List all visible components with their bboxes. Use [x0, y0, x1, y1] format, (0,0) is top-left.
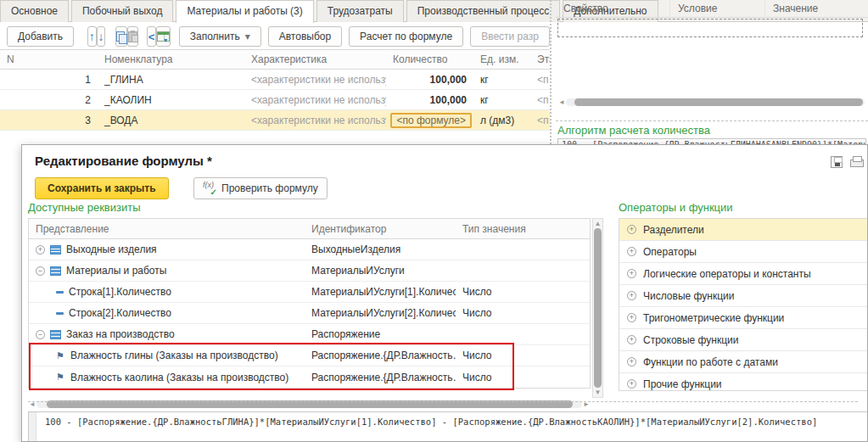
- expand-icon[interactable]: +: [627, 357, 636, 366]
- move-up-button[interactable]: ↑: [87, 26, 97, 47]
- operator-group-other[interactable]: + Прочие функции: [619, 373, 868, 391]
- table-icon: [157, 31, 170, 42]
- nomenclature-cell[interactable]: _КАОЛИН: [98, 94, 244, 106]
- tab-main[interactable]: Основное: [0, 0, 69, 22]
- col-characteristic: Характеристика: [244, 53, 386, 65]
- panel-splitter-vertical[interactable]: [550, 0, 556, 144]
- properties-focus-cell[interactable]: [557, 19, 863, 37]
- autoselect-button[interactable]: Автовыбор: [268, 26, 342, 47]
- dialog-splitter-horizontal[interactable]: [28, 401, 858, 402]
- nomenclature-cell[interactable]: _ВОДА: [98, 115, 244, 126]
- scroll-down-icon[interactable]: ▼: [594, 389, 602, 396]
- expand-icon[interactable]: +: [627, 291, 636, 300]
- attributes-vscrollbar[interactable]: ▲ ▼: [592, 218, 603, 398]
- move-down-button[interactable]: ↓: [97, 26, 106, 47]
- tree-row-line1-qty[interactable]: Строка[1].Количество МатериалыИУслуги[1]…: [29, 282, 590, 303]
- expand-icon[interactable]: +: [36, 245, 45, 255]
- operator-group-separators[interactable]: + Разделители: [619, 219, 868, 241]
- tab-process[interactable]: Производственный процесс: [406, 0, 560, 22]
- nomenclature-cell[interactable]: _ГЛИНА: [98, 74, 244, 86]
- by-formula-cell[interactable]: <по формуле>: [390, 113, 472, 128]
- table-settings-button[interactable]: [156, 26, 171, 47]
- printer-icon[interactable]: [850, 156, 864, 167]
- scroll-up-icon[interactable]: ▲: [594, 220, 602, 227]
- collapse-icon[interactable]: −: [36, 330, 45, 339]
- table-row[interactable]: 2 _КАОЛИН <характеристики не использу… 1…: [0, 90, 550, 110]
- expand-icon[interactable]: +: [627, 335, 636, 344]
- paste-icon: [128, 31, 137, 42]
- attrs-title: Доступные реквизиты: [28, 201, 141, 214]
- identifier-cell: МатериалыИУслуги: [305, 265, 456, 277]
- stage-cell[interactable]: <п: [530, 94, 550, 106]
- expand-icon[interactable]: +: [627, 269, 636, 278]
- table-row-selected[interactable]: 3 _ВОДА <характеристики не использу… <по…: [0, 110, 550, 131]
- type-cell: Число: [456, 286, 590, 298]
- fill-button[interactable]: Заполнить ▾: [179, 26, 261, 47]
- characteristic-cell[interactable]: <характеристики не использу…: [244, 115, 386, 126]
- tree-row-production-order[interactable]: − Заказ на производство Распоряжение: [29, 324, 590, 345]
- tree-row-kaolin-humidity[interactable]: ⚑ Влажность каолина (Заказы на производс…: [29, 366, 590, 388]
- tree-row-clay-humidity[interactable]: ⚑ Влажность глины (Заказы на производств…: [29, 345, 590, 366]
- tree-row-label: Строка[1].Количество: [69, 286, 171, 298]
- col-value: Значение: [765, 0, 868, 18]
- copy-button[interactable]: [115, 26, 127, 47]
- operator-group-date[interactable]: + Функции по работе с датами: [619, 351, 868, 373]
- quantity-cell[interactable]: 100,000: [386, 74, 473, 86]
- calc-by-formula-button[interactable]: Расчет по формуле: [349, 26, 463, 47]
- unit-cell[interactable]: кг: [473, 74, 530, 86]
- check-formula-button[interactable]: f(x)✓ Проверить формулу: [193, 177, 328, 199]
- panel-splitter-horizontal[interactable]: [556, 120, 868, 121]
- operator-group-string[interactable]: + Строковые функции: [619, 329, 868, 351]
- expand-icon[interactable]: +: [627, 379, 636, 389]
- formula-editor[interactable]: 100 - [Распоряжение.{ДР.ВлажностьГЛИНА}]…: [28, 411, 868, 442]
- tab-labor[interactable]: Трудозатраты: [316, 0, 404, 22]
- operator-group-trigonometric[interactable]: + Тригонометрические функции: [619, 307, 868, 329]
- expand-icon[interactable]: +: [627, 225, 636, 234]
- characteristic-cell[interactable]: <характеристики не использу…: [244, 94, 386, 106]
- quantity-cell[interactable]: 100,000: [386, 94, 473, 106]
- operator-group-label: Строковые функции: [643, 334, 738, 346]
- type-cell: Число: [456, 307, 590, 319]
- attribute-flag-icon: ⚑: [56, 351, 65, 361]
- unit-cell[interactable]: л (дм3): [473, 115, 530, 126]
- dialog-title: Редактирование формулы *: [35, 154, 212, 168]
- share-button[interactable]: <: [147, 26, 156, 47]
- col-presentation: Представление: [29, 223, 305, 235]
- stage-cell[interactable]: <п: [530, 74, 550, 86]
- table-row[interactable]: 1 _ГЛИНА <характеристики не использу… 10…: [0, 70, 550, 90]
- fill-label: Заполнить: [190, 31, 240, 42]
- materials-table: N Номенклатура Характеристика Количество…: [0, 49, 550, 131]
- down-arrow-icon: ↓: [98, 31, 104, 42]
- tree-row-output-products[interactable]: + Выходные изделия ВыходныеИзделия: [29, 239, 590, 260]
- formula-text[interactable]: 100 - [Распоряжение.{ДР.ВлажностьГЛИНА}]…: [36, 412, 826, 442]
- operator-group-logical[interactable]: + Логические операторы и константы: [619, 263, 868, 285]
- add-button[interactable]: Добавить: [7, 26, 74, 47]
- attribute-flag-icon: ⚑: [56, 372, 65, 382]
- properties-hscrollbar[interactable]: ◄: [557, 98, 865, 107]
- col-stage: Эта: [530, 53, 550, 65]
- expand-icon[interactable]: +: [627, 313, 636, 322]
- stage-cell[interactable]: <п: [530, 115, 550, 126]
- save-icon[interactable]: [831, 156, 843, 168]
- operators-list: + Разделители + Операторы + Логические о…: [619, 218, 868, 391]
- tab-materials[interactable]: Материалы и работы (3): [176, 0, 313, 23]
- unit-cell[interactable]: кг: [473, 94, 530, 106]
- copy-icon: [116, 31, 126, 42]
- identifier-cell: Распоряжение: [305, 328, 456, 340]
- operator-group-operators[interactable]: + Операторы: [619, 241, 868, 263]
- col-n: N: [0, 53, 98, 65]
- operator-group-numeric[interactable]: + Числовые функции: [619, 285, 868, 307]
- tab-byproduct[interactable]: Побочный выход: [71, 0, 173, 22]
- paste-button[interactable]: [127, 26, 138, 47]
- identifier-cell: МатериалыИУслуги[1].Количес…: [305, 286, 456, 298]
- identifier-cell: Распоряжение.{ДР.Влажность…: [305, 350, 456, 361]
- tree-row-line2-qty[interactable]: Строка[2].Количество МатериалыИУслуги[2]…: [29, 303, 590, 324]
- characteristic-cell[interactable]: <характеристики не использу…: [244, 74, 386, 86]
- tree-row-materials[interactable]: − Материалы и работы МатериалыИУслуги: [29, 260, 590, 282]
- tree-row-label: Влажность глины (Заказы на производство): [70, 350, 278, 361]
- enter-cut-button[interactable]: Ввести разр: [470, 26, 550, 47]
- save-and-close-button[interactable]: Сохранить и закрыть: [35, 177, 169, 199]
- scroll-left-icon[interactable]: ◄: [557, 98, 566, 106]
- collapse-icon[interactable]: −: [36, 266, 45, 276]
- expand-icon[interactable]: +: [627, 247, 636, 256]
